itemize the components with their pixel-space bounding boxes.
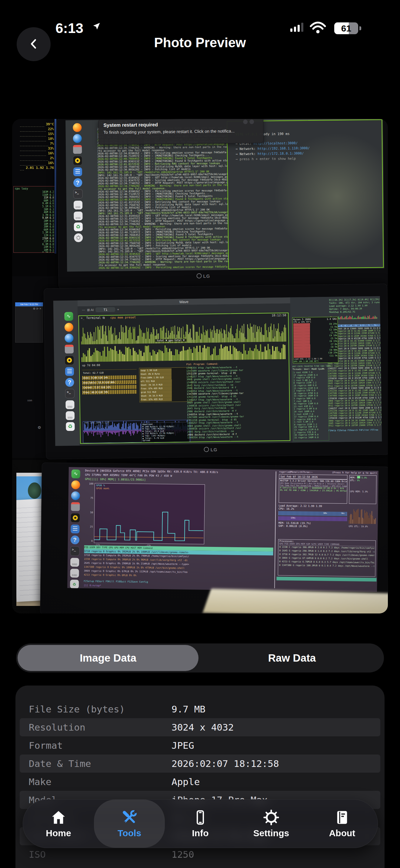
gpu-util-side: GPU UTL: 19.0% xyxy=(349,505,376,505)
middle-monitor: Wave ⋯ ⊞ AI T1 + >_ Terminal ⧉ cpu mem p… xyxy=(44,284,388,459)
tab-home[interactable]: Home xyxy=(23,800,94,848)
side-mem-label: MEM: xyxy=(350,476,356,479)
percore-tabs: per-core reverse tree cpu lazy xyxy=(292,365,331,368)
files-icon xyxy=(64,345,73,353)
sensor-readout-item: 7% xyxy=(20,141,54,146)
segment-image-data[interactable]: Image Data xyxy=(18,645,199,671)
ryzen-gpu: GPU 10% 1.90 240 40°C xyxy=(294,360,338,363)
bottom-dock xyxy=(69,469,81,588)
proc-rows: 103M 4.2116M 0.1 31M 0.8 68M 1.69.4M 0.6… xyxy=(13,191,55,253)
tab-tools-label: Tools xyxy=(118,828,141,838)
row-value: 3024 x 4032 xyxy=(172,718,234,736)
gpu-axis-item: 50 xyxy=(85,511,93,514)
proc-rows-item: 68M 1.6 xyxy=(15,199,54,203)
mem-panel-item: Available: 55.8 GiB 86% xyxy=(82,380,137,385)
help-icon xyxy=(65,378,74,387)
side-mem-val: 5.9% xyxy=(362,476,367,479)
proc-rows-item: 9.6M 0.3 xyxy=(15,217,54,220)
side-utl-label: UTL: xyxy=(350,479,355,482)
sensor-readout: 39°C22%15%18%7%33%16%2%16%2.01 1.92 1.76 xyxy=(20,122,54,170)
metadata-row-datetime: Date & Time2026:02:07 18:12:58 xyxy=(20,754,380,773)
terminal-icon xyxy=(70,546,79,556)
metadata-row-format: FormatJPEG xyxy=(20,736,380,754)
terminal-icon xyxy=(73,189,82,198)
btop-proc-list: 1348354 btop /opt/Wave/waveterm --t13474… xyxy=(187,365,289,441)
gpu-histogram xyxy=(81,343,287,362)
net-stats: download▼ 340 Byte/s (2.70 KiBps)▼ Top: … xyxy=(141,422,190,443)
tab-tools[interactable]: Tools xyxy=(94,800,165,848)
lg-logo-top: LG xyxy=(196,273,210,279)
lg-logo-middle: LG xyxy=(204,447,217,453)
sensor-readout-item: 2% xyxy=(20,156,54,161)
nvitop-load-box: Load Average: 2.12 1.99 1.99 CPU: 16.2% … xyxy=(278,504,347,538)
vite-network2-label: → Network: xyxy=(235,152,255,156)
proc-rows-item: 24M 0.1 xyxy=(15,246,54,249)
nvtop-status: [1] 0:nvtop* xyxy=(84,584,101,587)
notification-body: To finish updating your system, please r… xyxy=(103,128,258,135)
wave-tab: T1 xyxy=(95,307,115,312)
tab-settings[interactable]: Settings xyxy=(236,800,307,848)
row-label: ISO xyxy=(29,849,46,860)
mem-panel-item: Total: 62.7 GiB xyxy=(82,370,137,375)
proc-rows-item: 116M 0.1 xyxy=(15,194,54,197)
proc-rows-item: 18M 0.1 xyxy=(15,249,54,252)
proc-rows-item: 12M 0.0 xyxy=(15,234,54,237)
tab-home-label: Home xyxy=(46,828,71,838)
nvtop-gauge-line: GPU[|||| 10%] MEM[| 1.881Gi/23.908Gi] xyxy=(85,477,146,481)
btop-clock: 18:12:58 xyxy=(272,314,286,317)
proc-rows-item: 66M 0.0 xyxy=(15,228,54,231)
window-buttons xyxy=(243,120,256,124)
proc-rows-item: 39M 0.0 xyxy=(15,225,54,228)
gpu-mem-label: GPU0 mem% xyxy=(96,487,109,490)
sensor-readout-item: 33% xyxy=(20,146,54,151)
side-gpu-utl: GPU UTL: 19.0% xyxy=(349,525,368,528)
metadata-row-resolution: Resolution3024 x 4032 xyxy=(20,718,380,736)
thunderbird-icon xyxy=(64,334,73,343)
terminal-icon xyxy=(65,389,74,398)
lamp-glow xyxy=(203,589,388,614)
help-icon xyxy=(73,178,82,187)
sensor-readout-item: 15% xyxy=(20,132,54,136)
proc-rows-item: 276M 0.0 xyxy=(15,237,54,240)
htop-pane: 0[||16.1%] 3[||7.3%] 6[|0.4%] 9[||5%]Tas… xyxy=(290,296,382,442)
battery-nub xyxy=(360,26,361,30)
photo-preview-image[interactable]: 39°C22%15%18%7%33%16%2%16%2.01 1.92 1.76… xyxy=(12,119,388,614)
firefox-icon xyxy=(71,480,80,489)
tab-info[interactable]: Info xyxy=(165,800,236,848)
percore-rows-item: 33 rogerio 348M 0.0 xyxy=(294,436,328,439)
hist-caption: total ▼ gpu-total ▼ xyxy=(155,339,187,342)
row-value: 1250 xyxy=(172,845,194,864)
gpu-axis-item: 100 xyxy=(85,483,93,485)
files-icon xyxy=(73,145,82,154)
trash-icon xyxy=(74,222,82,231)
nvitop-help: (Press h for help or q to quit) xyxy=(332,471,377,474)
battery-percent: 61 xyxy=(334,22,358,34)
terminal-log: 2026-02-08T00:12:30.756074Z - INFO - Ini… xyxy=(97,126,229,269)
tab-about[interactable]: About xyxy=(307,800,378,848)
ssd-icon xyxy=(73,200,82,210)
home-icon xyxy=(50,809,67,827)
proc-rows-item: 1.3M 0.0 xyxy=(15,231,54,234)
nvtop-clock-line: GPU 375MHz MEM 405MHz TEMP 44°C FAN 0% P… xyxy=(85,473,172,477)
thunderbird-icon xyxy=(71,491,80,500)
t30-marker: 30s xyxy=(341,512,345,515)
gpu-utilization-line xyxy=(94,483,204,543)
segment-raw-data[interactable]: Raw Data xyxy=(201,645,382,671)
row-label: Make xyxy=(29,776,52,787)
wave-icon xyxy=(71,469,80,478)
data-mode-segmented-control: Image Data Raw Data xyxy=(16,644,384,673)
docs-icon xyxy=(70,525,79,533)
row-label: Resolution xyxy=(29,722,85,733)
remote-window: ⚙ ⟳ ✕ xyxy=(15,306,43,343)
gpu-axis-item: 25 xyxy=(85,525,93,528)
notification-title: System restart required xyxy=(103,121,258,128)
mid-dock xyxy=(63,312,76,431)
mem-bar: 120s xyxy=(279,516,347,522)
ssd-icon xyxy=(65,400,74,409)
row-label: Format xyxy=(29,740,63,751)
btop-uptime: up 7d 04:08 xyxy=(82,364,100,367)
histogram-bars xyxy=(81,343,287,362)
gpu-graph-label: GPU0 % xyxy=(96,484,105,487)
ssd-icon xyxy=(74,212,82,220)
t60-marker: 60s xyxy=(323,512,327,514)
